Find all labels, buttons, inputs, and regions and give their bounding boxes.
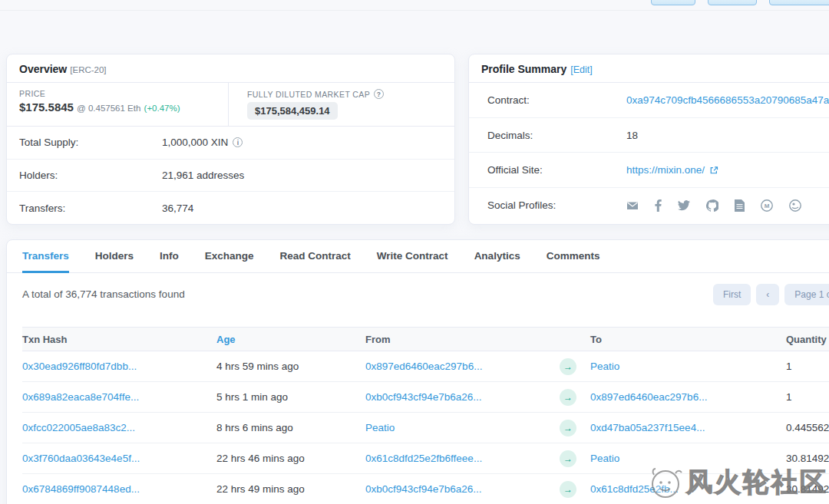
price-eth: @ 0.457561 Eth [77, 104, 140, 113]
to-address-link[interactable]: 0x61c8dfd25e2fb... [590, 483, 679, 495]
table-row: 0x6784869ff9087448ed... 22 hrs 49 mins a… [22, 474, 829, 504]
tab-exchange[interactable]: Exchange [205, 240, 254, 273]
col-from: From [365, 334, 560, 345]
table-row: 0x30ead926ff80fd7dbb... 4 hrs 59 mins ag… [22, 351, 829, 382]
contract-address-link[interactable]: 0xa974c709cfb4566686553a20790685a47acea [626, 94, 829, 106]
transfers-card: Transfers Holders Info Exchange Read Con… [6, 239, 829, 504]
txn-hash-link[interactable]: 0x30ead926ff80fd7dbb... [22, 361, 137, 372]
to-address-link[interactable]: 0x897ed6460eac297b6... [590, 391, 707, 403]
overview-title: Overview [19, 63, 67, 75]
official-site-label: Official Site: [487, 164, 626, 176]
txn-hash-link[interactable]: 0x689a82eaca8e704ffe... [22, 391, 139, 403]
summary-row: A total of 36,774 transactions found Fir… [22, 284, 829, 310]
txn-hash-link[interactable]: 0x3f760daa03643e4e5f... [22, 453, 140, 464]
txn-hash-link[interactable]: 0x6784869ff9087448ed... [22, 483, 140, 495]
top-nav-partial-button-3[interactable] [769, 0, 829, 5]
quantity-value: 1 [784, 361, 829, 372]
col-quantity: Quantity [784, 334, 829, 345]
help-icon[interactable]: ? [374, 89, 384, 99]
first-page-button[interactable]: First [713, 284, 751, 305]
age-value: 8 hrs 6 mins ago [216, 422, 365, 433]
decimals-label: Decimals: [487, 130, 626, 141]
tab-analytics[interactable]: Analytics [474, 240, 520, 273]
price-label: PRICE [19, 89, 216, 98]
page: Overview[ERC-20] PRICE $175.5845 @ 0.457… [0, 0, 829, 504]
transfer-arrow-icon: → [560, 481, 576, 498]
transfer-arrow-icon: → [560, 420, 576, 436]
pagination: First ‹ Page 1 of 14 [713, 284, 829, 305]
from-address-link[interactable]: 0xb0cf943cf94e7b6a26... [365, 483, 482, 495]
to-address-link[interactable]: Peatio [590, 361, 619, 372]
total-supply-row: Total Supply: 1,000,000 XIN i [7, 127, 454, 160]
table-row: 0x3f760daa03643e4e5f... 22 hrs 46 mins a… [22, 443, 829, 474]
price-line: $175.5845 @ 0.457561 Eth (+0.47%) [19, 100, 216, 114]
email-icon[interactable] [626, 199, 639, 212]
market-cap-block: FULLY DILUTED MARKET CAP ? $175,584,459.… [229, 83, 454, 126]
to-address-link[interactable]: Peatio [590, 453, 619, 464]
transfers-value: 36,774 [162, 203, 193, 214]
svg-text:M: M [765, 203, 770, 209]
overview-card-header: Overview[ERC-20] [7, 54, 454, 83]
erc20-badge: [ERC-20] [70, 65, 106, 74]
overview-card: Overview[ERC-20] PRICE $175.5845 @ 0.457… [6, 54, 455, 225]
from-address-link[interactable]: 0xb0cf943cf94e7b6a26... [365, 391, 482, 403]
contract-label: Contract: [487, 94, 626, 106]
tab-transfers[interactable]: Transfers [22, 240, 69, 273]
info-icon[interactable]: i [233, 137, 243, 147]
quantity-value: 1 [784, 391, 829, 403]
transactions-count-text: A total of 36,774 transactions found [22, 284, 829, 305]
facebook-icon[interactable] [655, 199, 662, 212]
table-row: 0x689a82eaca8e704ffe... 5 hrs 1 min ago … [22, 382, 829, 413]
github-icon[interactable] [706, 199, 718, 212]
txn-hash-link[interactable]: 0xfcc022005ae8a83c2... [22, 422, 135, 433]
transfers-label: Transfers: [19, 203, 162, 214]
tab-info[interactable]: Info [160, 240, 179, 273]
transfers-row: Transfers: 36,774 [7, 192, 454, 225]
social-profiles-row: Social Profiles: M [469, 188, 829, 223]
tab-comments[interactable]: Comments [547, 240, 600, 273]
to-address-link[interactable]: 0xd47ba05a237f15ee4... [590, 422, 705, 433]
tab-holders[interactable]: Holders [95, 240, 134, 273]
prev-page-button[interactable]: ‹ [756, 284, 779, 305]
coingecko-icon[interactable] [789, 199, 801, 212]
tab-write-contract[interactable]: Write Contract [377, 240, 448, 273]
profile-title: Profile Summary [481, 63, 566, 75]
age-value: 22 hrs 46 mins ago [216, 453, 365, 464]
from-address-link[interactable]: 0x61c8dfd25e2fb6ffeee... [365, 453, 482, 464]
price-change: (+0.47%) [144, 104, 180, 113]
price-usd: $175.5845 [19, 100, 74, 114]
social-profiles-label: Social Profiles: [487, 199, 626, 211]
market-cap-value: $175,584,459.14 [247, 102, 338, 120]
medium-icon[interactable]: M [761, 199, 773, 212]
top-divider [0, 10, 829, 11]
from-address-link[interactable]: 0x897ed6460eac297b6... [365, 361, 482, 372]
age-value: 22 hrs 49 mins ago [216, 483, 365, 495]
external-link-icon [709, 166, 718, 175]
age-value: 4 hrs 59 mins ago [216, 361, 365, 372]
holders-value: 21,961 addresses [162, 170, 244, 181]
table-header-row: Txn Hash Age From To Quantity [22, 327, 829, 351]
top-nav-partial-button-2[interactable] [708, 0, 757, 5]
total-supply-label: Total Supply: [19, 137, 162, 148]
tab-bar: Transfers Holders Info Exchange Read Con… [7, 240, 829, 273]
market-cap-label: FULLY DILUTED MARKET CAP [247, 90, 370, 99]
official-site-row: Official Site: https://mixin.one/ [469, 153, 829, 188]
from-address-link[interactable]: Peatio [365, 422, 395, 433]
price-section: PRICE $175.5845 @ 0.457561 Eth (+0.47%) … [7, 83, 454, 127]
contract-row: Contract: 0xa974c709cfb4566686553a207906… [469, 83, 829, 118]
twitter-icon[interactable] [678, 200, 690, 211]
top-nav-partial-button-1[interactable] [651, 0, 695, 5]
tab-read-contract[interactable]: Read Contract [280, 240, 351, 273]
transfers-table: Txn Hash Age From To Quantity 0x30ead926… [22, 327, 829, 504]
holders-label: Holders: [19, 170, 162, 181]
transfer-arrow-icon: → [560, 389, 576, 406]
transfer-arrow-icon: → [560, 450, 576, 467]
edit-link[interactable]: [Edit] [570, 64, 593, 75]
page-indicator: Page 1 of 14 [784, 284, 829, 305]
age-value: 5 hrs 1 min ago [216, 391, 365, 403]
official-site-link[interactable]: https://mixin.one/ [626, 164, 705, 176]
col-age-link[interactable]: Age [216, 334, 236, 345]
whitepaper-icon[interactable] [735, 199, 745, 212]
decimals-row: Decimals: 18 [469, 118, 829, 153]
profile-card-header: Profile Summary[Edit] [469, 54, 829, 83]
